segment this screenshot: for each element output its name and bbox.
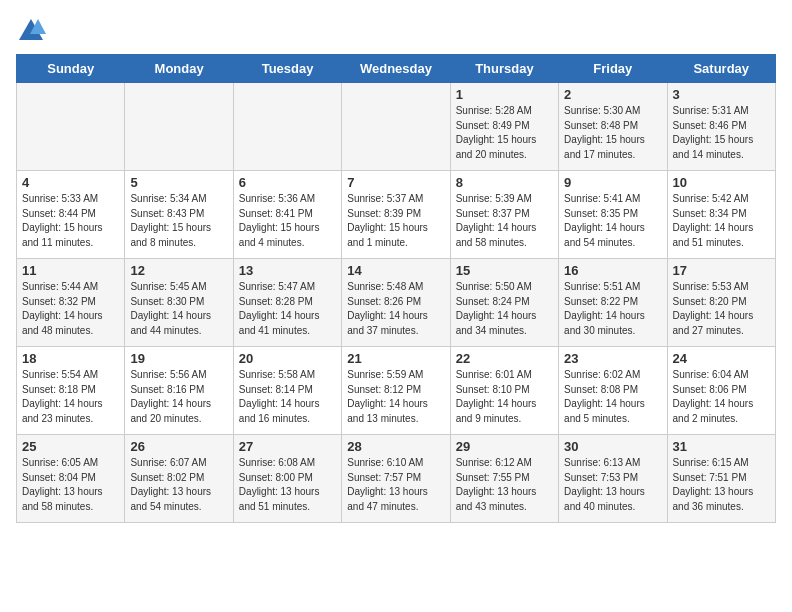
day-number: 19 — [130, 351, 227, 366]
calendar-cell: 19Sunrise: 5:56 AM Sunset: 8:16 PM Dayli… — [125, 347, 233, 435]
day-number: 9 — [564, 175, 661, 190]
day-number: 30 — [564, 439, 661, 454]
day-number: 10 — [673, 175, 770, 190]
day-number: 24 — [673, 351, 770, 366]
day-info: Sunrise: 5:51 AM Sunset: 8:22 PM Dayligh… — [564, 280, 661, 338]
day-info: Sunrise: 6:05 AM Sunset: 8:04 PM Dayligh… — [22, 456, 119, 514]
calendar-cell: 5Sunrise: 5:34 AM Sunset: 8:43 PM Daylig… — [125, 171, 233, 259]
calendar-cell: 27Sunrise: 6:08 AM Sunset: 8:00 PM Dayli… — [233, 435, 341, 523]
calendar-cell — [342, 83, 450, 171]
col-header-monday: Monday — [125, 55, 233, 83]
day-number: 1 — [456, 87, 553, 102]
day-info: Sunrise: 5:47 AM Sunset: 8:28 PM Dayligh… — [239, 280, 336, 338]
week-row-1: 1Sunrise: 5:28 AM Sunset: 8:49 PM Daylig… — [17, 83, 776, 171]
calendar-cell: 25Sunrise: 6:05 AM Sunset: 8:04 PM Dayli… — [17, 435, 125, 523]
calendar-cell: 14Sunrise: 5:48 AM Sunset: 8:26 PM Dayli… — [342, 259, 450, 347]
calendar-cell: 1Sunrise: 5:28 AM Sunset: 8:49 PM Daylig… — [450, 83, 558, 171]
day-number: 17 — [673, 263, 770, 278]
day-number: 8 — [456, 175, 553, 190]
calendar-cell: 26Sunrise: 6:07 AM Sunset: 8:02 PM Dayli… — [125, 435, 233, 523]
calendar-cell: 3Sunrise: 5:31 AM Sunset: 8:46 PM Daylig… — [667, 83, 775, 171]
day-info: Sunrise: 5:45 AM Sunset: 8:30 PM Dayligh… — [130, 280, 227, 338]
day-number: 14 — [347, 263, 444, 278]
calendar-cell: 13Sunrise: 5:47 AM Sunset: 8:28 PM Dayli… — [233, 259, 341, 347]
day-number: 2 — [564, 87, 661, 102]
day-number: 20 — [239, 351, 336, 366]
calendar-cell: 15Sunrise: 5:50 AM Sunset: 8:24 PM Dayli… — [450, 259, 558, 347]
calendar-cell — [17, 83, 125, 171]
col-header-thursday: Thursday — [450, 55, 558, 83]
day-number: 28 — [347, 439, 444, 454]
day-info: Sunrise: 6:07 AM Sunset: 8:02 PM Dayligh… — [130, 456, 227, 514]
day-info: Sunrise: 5:50 AM Sunset: 8:24 PM Dayligh… — [456, 280, 553, 338]
day-info: Sunrise: 5:44 AM Sunset: 8:32 PM Dayligh… — [22, 280, 119, 338]
calendar-cell: 28Sunrise: 6:10 AM Sunset: 7:57 PM Dayli… — [342, 435, 450, 523]
header-row: SundayMondayTuesdayWednesdayThursdayFrid… — [17, 55, 776, 83]
col-header-wednesday: Wednesday — [342, 55, 450, 83]
calendar-cell — [125, 83, 233, 171]
calendar-cell: 8Sunrise: 5:39 AM Sunset: 8:37 PM Daylig… — [450, 171, 558, 259]
day-number: 31 — [673, 439, 770, 454]
calendar-cell: 10Sunrise: 5:42 AM Sunset: 8:34 PM Dayli… — [667, 171, 775, 259]
calendar-cell: 22Sunrise: 6:01 AM Sunset: 8:10 PM Dayli… — [450, 347, 558, 435]
day-number: 5 — [130, 175, 227, 190]
day-info: Sunrise: 6:15 AM Sunset: 7:51 PM Dayligh… — [673, 456, 770, 514]
day-number: 18 — [22, 351, 119, 366]
week-row-3: 11Sunrise: 5:44 AM Sunset: 8:32 PM Dayli… — [17, 259, 776, 347]
col-header-friday: Friday — [559, 55, 667, 83]
calendar-cell: 2Sunrise: 5:30 AM Sunset: 8:48 PM Daylig… — [559, 83, 667, 171]
day-number: 13 — [239, 263, 336, 278]
week-row-5: 25Sunrise: 6:05 AM Sunset: 8:04 PM Dayli… — [17, 435, 776, 523]
calendar-cell: 12Sunrise: 5:45 AM Sunset: 8:30 PM Dayli… — [125, 259, 233, 347]
header — [16, 16, 776, 46]
calendar-cell: 6Sunrise: 5:36 AM Sunset: 8:41 PM Daylig… — [233, 171, 341, 259]
calendar-cell: 4Sunrise: 5:33 AM Sunset: 8:44 PM Daylig… — [17, 171, 125, 259]
col-header-sunday: Sunday — [17, 55, 125, 83]
day-info: Sunrise: 5:33 AM Sunset: 8:44 PM Dayligh… — [22, 192, 119, 250]
day-number: 12 — [130, 263, 227, 278]
day-info: Sunrise: 6:13 AM Sunset: 7:53 PM Dayligh… — [564, 456, 661, 514]
day-number: 26 — [130, 439, 227, 454]
calendar-cell: 17Sunrise: 5:53 AM Sunset: 8:20 PM Dayli… — [667, 259, 775, 347]
calendar-cell: 11Sunrise: 5:44 AM Sunset: 8:32 PM Dayli… — [17, 259, 125, 347]
calendar-cell: 23Sunrise: 6:02 AM Sunset: 8:08 PM Dayli… — [559, 347, 667, 435]
day-info: Sunrise: 5:56 AM Sunset: 8:16 PM Dayligh… — [130, 368, 227, 426]
calendar-cell: 20Sunrise: 5:58 AM Sunset: 8:14 PM Dayli… — [233, 347, 341, 435]
day-number: 6 — [239, 175, 336, 190]
day-number: 4 — [22, 175, 119, 190]
week-row-4: 18Sunrise: 5:54 AM Sunset: 8:18 PM Dayli… — [17, 347, 776, 435]
day-info: Sunrise: 5:41 AM Sunset: 8:35 PM Dayligh… — [564, 192, 661, 250]
day-number: 21 — [347, 351, 444, 366]
day-info: Sunrise: 6:04 AM Sunset: 8:06 PM Dayligh… — [673, 368, 770, 426]
day-info: Sunrise: 5:39 AM Sunset: 8:37 PM Dayligh… — [456, 192, 553, 250]
col-header-saturday: Saturday — [667, 55, 775, 83]
calendar-cell: 24Sunrise: 6:04 AM Sunset: 8:06 PM Dayli… — [667, 347, 775, 435]
day-info: Sunrise: 5:36 AM Sunset: 8:41 PM Dayligh… — [239, 192, 336, 250]
day-info: Sunrise: 5:31 AM Sunset: 8:46 PM Dayligh… — [673, 104, 770, 162]
day-number: 11 — [22, 263, 119, 278]
calendar-cell: 30Sunrise: 6:13 AM Sunset: 7:53 PM Dayli… — [559, 435, 667, 523]
day-info: Sunrise: 5:59 AM Sunset: 8:12 PM Dayligh… — [347, 368, 444, 426]
day-info: Sunrise: 5:28 AM Sunset: 8:49 PM Dayligh… — [456, 104, 553, 162]
day-number: 7 — [347, 175, 444, 190]
day-info: Sunrise: 5:34 AM Sunset: 8:43 PM Dayligh… — [130, 192, 227, 250]
calendar-cell — [233, 83, 341, 171]
day-info: Sunrise: 6:02 AM Sunset: 8:08 PM Dayligh… — [564, 368, 661, 426]
calendar-cell: 29Sunrise: 6:12 AM Sunset: 7:55 PM Dayli… — [450, 435, 558, 523]
day-info: Sunrise: 6:08 AM Sunset: 8:00 PM Dayligh… — [239, 456, 336, 514]
day-info: Sunrise: 5:58 AM Sunset: 8:14 PM Dayligh… — [239, 368, 336, 426]
day-number: 23 — [564, 351, 661, 366]
day-info: Sunrise: 5:54 AM Sunset: 8:18 PM Dayligh… — [22, 368, 119, 426]
logo — [16, 16, 50, 46]
day-number: 25 — [22, 439, 119, 454]
day-info: Sunrise: 6:10 AM Sunset: 7:57 PM Dayligh… — [347, 456, 444, 514]
calendar-cell: 18Sunrise: 5:54 AM Sunset: 8:18 PM Dayli… — [17, 347, 125, 435]
day-info: Sunrise: 6:12 AM Sunset: 7:55 PM Dayligh… — [456, 456, 553, 514]
day-info: Sunrise: 5:37 AM Sunset: 8:39 PM Dayligh… — [347, 192, 444, 250]
day-info: Sunrise: 5:53 AM Sunset: 8:20 PM Dayligh… — [673, 280, 770, 338]
week-row-2: 4Sunrise: 5:33 AM Sunset: 8:44 PM Daylig… — [17, 171, 776, 259]
day-number: 16 — [564, 263, 661, 278]
day-number: 3 — [673, 87, 770, 102]
day-info: Sunrise: 6:01 AM Sunset: 8:10 PM Dayligh… — [456, 368, 553, 426]
day-number: 15 — [456, 263, 553, 278]
